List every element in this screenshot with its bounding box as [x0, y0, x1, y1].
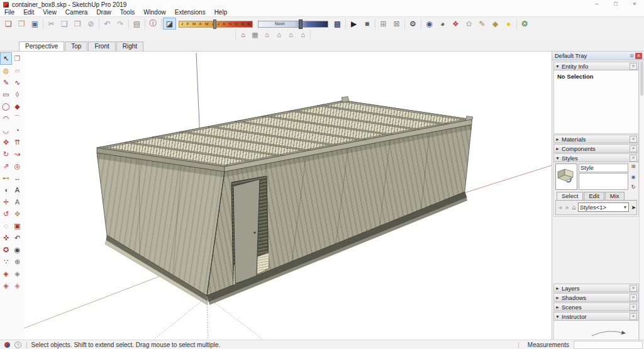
toolbar-icon-undo[interactable]: ↶ — [101, 18, 114, 30]
chevron-right-icon[interactable]: ► — [555, 147, 562, 151]
toolbar-icon-tools-pencil[interactable]: ✎ — [475, 18, 489, 30]
toolbar-icon-render-stop[interactable]: ■ — [360, 18, 374, 30]
time-slider-thumb[interactable] — [299, 19, 303, 29]
tool-polygon[interactable]: ◆ — [12, 101, 23, 112]
toolbar-icon[interactable] — [404, 19, 405, 29]
menu-item-camera[interactable]: Camera — [61, 9, 92, 16]
toolbar-icon-view-right[interactable]: ⌂ — [273, 30, 285, 40]
toolbar-icon-material-palette[interactable]: ❖ — [449, 18, 462, 30]
geolocation-icon[interactable] — [4, 342, 10, 348]
tool-rotated-rectangle[interactable]: ◊ — [12, 89, 23, 100]
in-model-icon[interactable]: ⌂ — [572, 204, 576, 211]
toolbar-icon-model-info[interactable]: ⓘ — [147, 18, 160, 30]
measurements-input[interactable] — [574, 341, 643, 349]
section-materials[interactable]: ► Materials ✕ — [553, 135, 639, 143]
scene-tab-right[interactable]: Right — [116, 42, 143, 51]
tool-orbit[interactable]: ↺ — [1, 208, 11, 219]
tool-make-component[interactable]: ❒ — [12, 53, 23, 64]
chevron-right-icon[interactable]: ► — [555, 296, 562, 300]
scene-tab-perspective[interactable]: Perspective — [19, 42, 64, 51]
section-layers[interactable]: ► Layers ✕ — [553, 284, 639, 292]
toolbar-icon-view-back[interactable]: ⌂ — [285, 30, 297, 40]
section-styles[interactable]: ▼ Styles ✕ — [553, 153, 639, 162]
close-button[interactable]: × — [625, 0, 644, 9]
pin-icon[interactable]: ⊙ — [628, 53, 635, 58]
close-icon[interactable]: ✕ — [630, 136, 637, 143]
date-slider-thumb[interactable] — [213, 19, 216, 29]
tray-scrollbar[interactable] — [639, 60, 644, 340]
tool-rotate[interactable]: ↻ — [1, 148, 11, 160]
tool-zoom[interactable]: ◌ — [1, 220, 11, 231]
chevron-right-icon[interactable]: ► — [555, 137, 562, 141]
toolbar-icon-render-sphere[interactable]: ◕ — [436, 18, 449, 30]
maximize-button[interactable]: □ — [606, 0, 625, 9]
tray-close-icon[interactable]: ✕ — [635, 53, 642, 59]
tray-title-bar[interactable]: Default Tray ⊙ ✕ — [552, 52, 644, 60]
tool-text[interactable]: A — [12, 184, 23, 196]
close-icon[interactable]: ✕ — [630, 285, 637, 292]
menu-item-draw[interactable]: Draw — [92, 9, 115, 16]
toolbar-icon-render-play[interactable]: ▶ — [347, 18, 360, 30]
tool-protractor[interactable]: ◖ — [1, 184, 11, 196]
shadow-time-slider[interactable]: Noon — [258, 19, 328, 28]
tool-circle[interactable]: ◯ — [1, 101, 11, 112]
menu-item-extensions[interactable]: Extensions — [170, 9, 210, 16]
toolbar-icon-new[interactable]: ❏ — [2, 18, 15, 30]
tool-two-point-arc[interactable]: ⌒ — [12, 113, 23, 124]
minimize-button[interactable]: – — [587, 0, 606, 9]
scene-tab-front[interactable]: Front — [88, 42, 115, 51]
forward-arrow-icon[interactable]: ► — [565, 204, 570, 211]
toolbar-icon-view-left[interactable]: ⌂ — [297, 30, 309, 40]
tool-section-outline[interactable]: ◈ — [12, 280, 23, 291]
tool-zoom-previous[interactable]: ↶ — [12, 232, 23, 243]
chevron-right-icon[interactable]: ► — [555, 286, 562, 291]
style-description-field[interactable] — [579, 173, 628, 190]
toolbar-icon[interactable] — [375, 19, 375, 29]
tool-three-d-text[interactable]: A — [12, 196, 23, 208]
tool-pie[interactable]: ◔ — [12, 125, 23, 136]
tab-select[interactable]: Select — [557, 192, 583, 200]
toolbar-icon-shadows-toggle[interactable]: ◪ — [163, 18, 176, 30]
chevron-down-icon[interactable]: ▼ — [555, 64, 562, 69]
close-icon[interactable]: ✕ — [630, 155, 637, 162]
toolbar-icon-view-front[interactable]: ⌂ — [261, 30, 273, 40]
tool-push-pull[interactable]: ⇈ — [12, 136, 23, 148]
tool-arc[interactable]: ◠ — [1, 113, 11, 124]
tab-mix[interactable]: Mix — [605, 192, 625, 200]
details-arrow-icon[interactable]: ➤ — [631, 204, 636, 211]
tool-zoom-window[interactable]: ▣ — [12, 220, 23, 231]
toolbar-icon-render-settings[interactable]: ⚙ — [406, 18, 419, 30]
tool-dimensions[interactable]: ↔ — [12, 172, 23, 184]
tab-edit[interactable]: Edit — [584, 192, 604, 200]
style-name-field[interactable]: Style — [579, 163, 628, 172]
toolbar-icon[interactable] — [128, 19, 129, 29]
toolbar-icon-view-iso[interactable]: ⌂ — [237, 30, 249, 40]
toolbar-icon-add-scene[interactable]: ⊞ — [377, 18, 390, 30]
tool-center-view[interactable]: ⊕ — [12, 256, 23, 267]
tool-pan[interactable]: ✥ — [12, 208, 23, 219]
toolbar-icon-view-top[interactable]: ▦ — [249, 30, 261, 40]
tool-line[interactable]: ✎ — [1, 77, 11, 88]
door-opening[interactable] — [231, 176, 269, 285]
toolbar-icon[interactable] — [99, 19, 99, 29]
toolbar-icon-paste[interactable]: ❒ — [71, 18, 84, 30]
tool-follow-me[interactable]: ↝ — [12, 148, 23, 160]
toolbar-icon-print[interactable]: ▤ — [130, 18, 143, 30]
secondary-pane-icon[interactable]: ⊞ — [631, 163, 636, 169]
help-icon[interactable]: ? — [14, 341, 21, 348]
toolbar-icon-extension-tool[interactable]: ❂ — [518, 18, 531, 30]
styles-dropdown[interactable]: Styles<1> ▼ — [578, 202, 630, 212]
toolbar-icon[interactable] — [345, 19, 346, 29]
chevron-down-icon[interactable]: ▼ — [555, 314, 562, 319]
menu-item-help[interactable]: Help — [210, 9, 232, 16]
container-model[interactable] — [97, 97, 473, 306]
tool-scale[interactable]: ⇗ — [1, 160, 11, 172]
section-instructor[interactable]: ▼ Instructor ✕ — [553, 312, 639, 321]
menu-item-tools[interactable]: Tools — [116, 9, 139, 16]
toolbar-icon-save[interactable]: ▣ — [28, 18, 42, 30]
toolbar-icon-remove-scene[interactable]: ⊠ — [390, 18, 403, 30]
close-icon[interactable]: ✕ — [630, 145, 637, 152]
tool-offset[interactable]: ◎ — [12, 160, 23, 172]
toolbar-icon-interactive-render[interactable]: ◉ — [423, 18, 436, 30]
tool-eraser[interactable]: ▱ — [12, 65, 23, 76]
